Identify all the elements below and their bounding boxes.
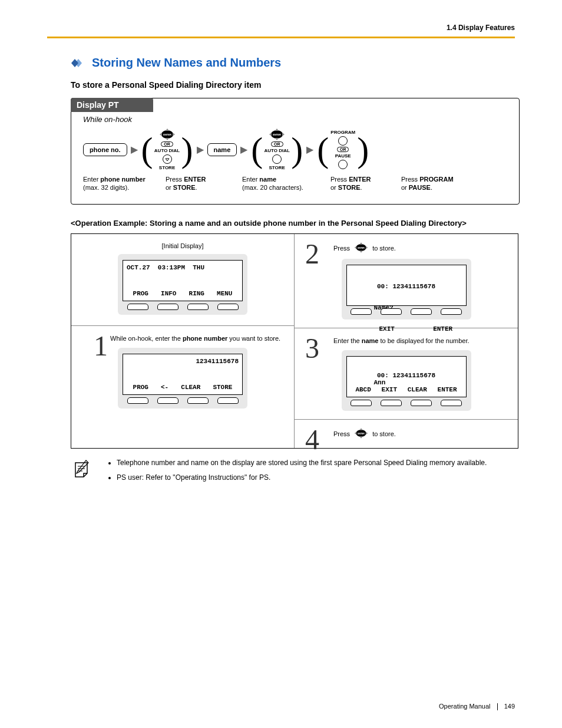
nav-enter-icon: ENTER [158,129,176,140]
softlabel: CLEAR [408,386,427,393]
note-item: Telephone number and name on the display… [117,458,487,468]
softkey [381,308,402,315]
lcd-line: Ann [351,379,462,386]
svg-marker-5 [166,138,169,140]
flow-while-label: While on-hook [71,115,519,124]
program-circle-icon [338,136,348,146]
enter-store-group: ENTER OR AUTO DIAL STORE [154,129,180,170]
softlabel: PROG [133,290,148,297]
keycap-phone: phone no. [83,143,127,156]
lcd-line: OCT.27 03:13PM THU [127,264,239,271]
header-rule [47,37,515,38]
flow-captions: Enter phone number (max. 32 digits). Pre… [71,170,519,192]
phone-screen-step2: 00: 12341115678 Name? EXIT ENTER [342,259,471,319]
example-box: [Initial Display] OCT.27 03:13PM THU PRO… [71,233,518,449]
flow-header: Display PT [71,98,153,112]
phone-screen-step3: 00: 12341115678 Ann ABCD EXIT CLEAR ENTE… [342,350,471,411]
autodial-label: AUTO DIAL [154,148,180,153]
diamond-icon [71,58,86,68]
svg-marker-8 [166,159,169,161]
arrow-icon: ▶ [240,144,247,155]
program-pause-group: PROGRAM OR PAUSE [330,130,356,169]
softkey [217,397,239,404]
enter-store-group: ENTER OR AUTO DIAL STORE [264,129,290,170]
softlabel: CLEAR [181,384,200,391]
svg-marker-18 [360,251,363,252]
svg-marker-20 [366,246,368,249]
flow-row: phone no. ▶ ( ENTER OR AUTO DIAL STORE ) [71,124,519,170]
nav-enter-icon: ENTER [268,129,286,140]
nav-enter-icon: ENTER [353,428,369,440]
svg-marker-11 [275,129,279,131]
softkey [187,397,209,404]
svg-marker-23 [360,428,363,430]
softkey [351,308,372,315]
header-section-ref: 1.4 Display Features [47,24,515,32]
softkey [441,400,462,406]
section-title: Storing New Names and Numbers [47,56,515,70]
or-pill: OR [271,141,283,147]
step4-text: Press ENTER to store. [333,428,506,440]
svg-marker-6 [160,133,162,136]
svg-marker-25 [355,431,356,434]
softlabel: MENU [217,290,232,297]
keycap-name: name [207,143,237,156]
store-label: STORE [159,165,175,170]
softlabel: STORE [213,384,232,391]
flow-box: Display PT While on-hook phone no. ▶ ( E… [71,98,520,205]
subtitle: To store a Personal Speed Dialing Direct… [47,80,515,90]
store-circle-icon [163,154,172,164]
step-number-1: 1 [94,330,108,362]
softkey [411,400,432,406]
softlabel: <- [161,384,168,391]
initial-display-label: [Initial Display] [83,242,282,249]
arrow-icon: ▶ [197,144,204,155]
step-number-3: 3 [305,332,319,364]
svg-text:ENTER: ENTER [163,133,171,136]
step3-text: Enter the name to be displayed for the n… [333,337,506,345]
svg-marker-17 [360,242,363,244]
svg-text:ENTER: ENTER [358,433,365,435]
softlabel: RING [189,290,204,297]
step2-text: Press ENTER to store. [333,242,506,254]
footer: Operating Manual 149 [439,703,515,710]
pause-label: PAUSE [335,153,351,159]
or-pill: OR [337,147,349,152]
svg-marker-13 [269,133,272,136]
autodial-label: AUTO DIAL [265,148,290,153]
softkey [127,397,148,404]
step1-text: While on-hook, enter the phone number yo… [110,334,282,343]
notes-block: Telephone number and name on the display… [71,458,518,487]
softkey [441,308,462,315]
softkey [217,304,239,310]
example-cell-right: 2 Press ENTER to store. 00: 12341115678 [295,234,518,448]
pause-circle-icon [338,160,348,169]
footer-page: 149 [504,703,515,710]
note-item: PS user: Refer to "Operating Instruction… [117,473,487,483]
footer-label: Operating Manual [439,703,490,710]
svg-marker-19 [355,246,356,249]
svg-marker-14 [282,133,285,136]
softlabel: INFO [161,290,176,297]
arrow-icon: ▶ [131,144,138,155]
lcd-line: 00: 12341115678 [351,283,462,290]
store-label: STORE [269,165,285,170]
svg-marker-24 [360,436,363,438]
softlabel: ENTER [438,386,457,393]
example-title: <Operation Example: Storing a name and a… [71,219,518,228]
phone-screen-step1: 12341115678 PROG <- CLEAR STORE [118,348,247,409]
or-pill: OR [161,141,173,147]
softlabel: EXIT [382,386,397,393]
nav-enter-icon: ENTER [353,242,369,254]
store-circle-icon [272,154,282,164]
softlabel: ABCD [355,386,371,393]
svg-marker-7 [173,133,175,136]
lcd-line: 00: 12341115678 [351,372,462,379]
lcd-line: 12341115678 [127,358,239,365]
softkey [157,397,178,404]
note-icon [71,458,94,487]
softlabel: PROG [133,384,148,391]
section-title-text: Storing New Names and Numbers [92,56,281,70]
svg-marker-12 [275,138,279,140]
example-cell-left: [Initial Display] OCT.27 03:13PM THU PRO… [71,234,295,448]
